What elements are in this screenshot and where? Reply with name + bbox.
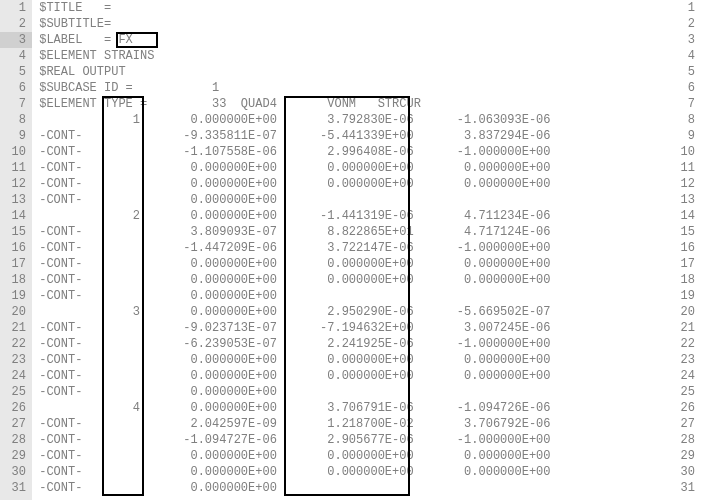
line-number: 16 xyxy=(0,240,32,256)
code-line[interactable]: -CONT- -6.239053E-07 2.241925E-06 -1.000… xyxy=(32,336,701,352)
code-line-text: $SUBTITLE= xyxy=(32,16,111,32)
code-line-text: 4 0.000000E+00 3.706791E-06 -1.094726E-0… xyxy=(32,400,550,416)
line-number: 4 xyxy=(0,48,32,64)
code-line-text: -CONT- 0.000000E+00 0.000000E+00 0.00000… xyxy=(32,160,550,176)
code-line[interactable]: -CONT- -9.023713E-07 -7.194632E+00 3.007… xyxy=(32,320,701,336)
code-line-right-number: 13 xyxy=(681,192,695,208)
line-number: 19 xyxy=(0,288,32,304)
code-line[interactable]: -CONT- -1.107558E-06 2.996408E-06 -1.000… xyxy=(32,144,701,160)
line-number: 7 xyxy=(0,96,32,112)
code-line-text: $ELEMENT TYPE = 33 QUAD4 VONM STRCUR xyxy=(32,96,421,112)
code-line-right-number: 15 xyxy=(681,224,695,240)
code-line[interactable]: -CONT- 0.000000E+00 0.000000E+00 0.00000… xyxy=(32,256,701,272)
code-line-text: 3 0.000000E+00 2.950290E-06 -5.669502E-0… xyxy=(32,304,550,320)
code-line-right-number: 25 xyxy=(681,384,695,400)
code-line[interactable]: $REAL OUTPUT5 xyxy=(32,64,701,80)
code-line-right-number: 27 xyxy=(681,416,695,432)
code-line-right-number: 24 xyxy=(681,368,695,384)
code-line[interactable]: -CONT- 2.042597E-09 1.218700E-02 3.70679… xyxy=(32,416,701,432)
code-line-text: -CONT- 0.000000E+00 0.000000E+00 0.00000… xyxy=(32,256,550,272)
code-line-text: $TITLE = xyxy=(32,0,111,16)
line-number: 20 xyxy=(0,304,32,320)
code-line-right-number: 23 xyxy=(681,352,695,368)
line-number: 12 xyxy=(0,176,32,192)
line-number: 24 xyxy=(0,368,32,384)
code-line-text: -CONT- 3.809093E-07 8.822865E+01 4.71712… xyxy=(32,224,550,240)
code-line[interactable]: -CONT- 0.000000E+00 0.000000E+00 0.00000… xyxy=(32,160,701,176)
code-line-right-number: 29 xyxy=(681,448,695,464)
code-line-text: -CONT- 2.042597E-09 1.218700E-02 3.70679… xyxy=(32,416,550,432)
code-line-right-number: 4 xyxy=(688,48,695,64)
code-line-text: -CONT- -6.239053E-07 2.241925E-06 -1.000… xyxy=(32,336,550,352)
code-line-right-number: 10 xyxy=(681,144,695,160)
code-line-right-number: 17 xyxy=(681,256,695,272)
code-line-text: -CONT- -1.107558E-06 2.996408E-06 -1.000… xyxy=(32,144,550,160)
line-number: 27 xyxy=(0,416,32,432)
code-line[interactable]: -CONT- 3.809093E-07 8.822865E+01 4.71712… xyxy=(32,224,701,240)
code-line[interactable]: $LABEL = FX3 xyxy=(32,32,701,48)
code-line-right-number: 6 xyxy=(688,80,695,96)
code-line-text: -CONT- 0.000000E+00 0.000000E+00 0.00000… xyxy=(32,368,550,384)
code-line[interactable]: -CONT- 0.000000E+00 0.000000E+00 0.00000… xyxy=(32,352,701,368)
code-line[interactable]: -CONT- 0.000000E+0025 xyxy=(32,384,701,400)
line-number: 8 xyxy=(0,112,32,128)
code-line[interactable]: -CONT- -1.094727E-06 2.905677E-06 -1.000… xyxy=(32,432,701,448)
line-number: 22 xyxy=(0,336,32,352)
line-number: 10 xyxy=(0,144,32,160)
code-line-right-number: 8 xyxy=(688,112,695,128)
line-number: 6 xyxy=(0,80,32,96)
code-line-text: 2 0.000000E+00 -1.441319E-06 4.711234E-0… xyxy=(32,208,550,224)
code-line-text: $LABEL = FX xyxy=(32,32,133,48)
code-line-text: $ELEMENT STRAINS xyxy=(32,48,154,64)
code-line-text: 1 0.000000E+00 3.792830E-06 -1.063093E-0… xyxy=(32,112,550,128)
line-number: 1 xyxy=(0,0,32,16)
code-line[interactable]: -CONT- -1.447209E-06 3.722147E-06 -1.000… xyxy=(32,240,701,256)
code-line-text: -CONT- -9.023713E-07 -7.194632E+00 3.007… xyxy=(32,320,550,336)
code-line-right-number: 16 xyxy=(681,240,695,256)
code-line-text: -CONT- 0.000000E+00 xyxy=(32,480,277,496)
line-number: 17 xyxy=(0,256,32,272)
code-line-right-number: 30 xyxy=(681,464,695,480)
code-line-text: -CONT- 0.000000E+00 xyxy=(32,192,277,208)
code-line[interactable]: -CONT- -9.335811E-07 -5.441339E+00 3.837… xyxy=(32,128,701,144)
code-line[interactable]: $ELEMENT TYPE = 33 QUAD4 VONM STRCUR7 xyxy=(32,96,701,112)
line-number: 2 xyxy=(0,16,32,32)
line-number: 31 xyxy=(0,480,32,496)
code-line[interactable]: $SUBCASE ID = 16 xyxy=(32,80,701,96)
code-line-right-number: 1 xyxy=(688,0,695,16)
code-line[interactable]: -CONT- 0.000000E+00 0.000000E+00 0.00000… xyxy=(32,272,701,288)
code-line-text: -CONT- -9.335811E-07 -5.441339E+00 3.837… xyxy=(32,128,550,144)
code-line-right-number: 26 xyxy=(681,400,695,416)
code-line[interactable]: 4 0.000000E+00 3.706791E-06 -1.094726E-0… xyxy=(32,400,701,416)
line-number: 23 xyxy=(0,352,32,368)
code-line[interactable]: -CONT- 0.000000E+00 0.000000E+00 0.00000… xyxy=(32,176,701,192)
code-line-right-number: 5 xyxy=(688,64,695,80)
code-line[interactable]: -CONT- 0.000000E+00 0.000000E+00 0.00000… xyxy=(32,464,701,480)
code-line[interactable]: -CONT- 0.000000E+0019 xyxy=(32,288,701,304)
line-number: 30 xyxy=(0,464,32,480)
code-line-right-number: 18 xyxy=(681,272,695,288)
code-line-right-number: 9 xyxy=(688,128,695,144)
code-area: $TITLE =1 $SUBTITLE=2 $LABEL = FX3 $ELEM… xyxy=(32,0,701,496)
code-line[interactable]: 1 0.000000E+00 3.792830E-06 -1.063093E-0… xyxy=(32,112,701,128)
code-line-right-number: 14 xyxy=(681,208,695,224)
code-line-text: -CONT- 0.000000E+00 0.000000E+00 0.00000… xyxy=(32,464,550,480)
code-line[interactable]: $SUBTITLE=2 xyxy=(32,16,701,32)
code-line[interactable]: $TITLE =1 xyxy=(32,0,701,16)
code-line[interactable]: -CONT- 0.000000E+00 0.000000E+00 0.00000… xyxy=(32,448,701,464)
line-number: 26 xyxy=(0,400,32,416)
code-line[interactable]: 2 0.000000E+00 -1.441319E-06 4.711234E-0… xyxy=(32,208,701,224)
code-line[interactable]: 3 0.000000E+00 2.950290E-06 -5.669502E-0… xyxy=(32,304,701,320)
code-line[interactable]: -CONT- 0.000000E+0031 xyxy=(32,480,701,496)
line-number: 11 xyxy=(0,160,32,176)
code-line[interactable]: -CONT- 0.000000E+00 0.000000E+00 0.00000… xyxy=(32,368,701,384)
code-line-right-number: 21 xyxy=(681,320,695,336)
line-number: 13 xyxy=(0,192,32,208)
code-line-text: -CONT- -1.447209E-06 3.722147E-06 -1.000… xyxy=(32,240,550,256)
code-line-right-number: 11 xyxy=(681,160,695,176)
code-line-right-number: 3 xyxy=(688,32,695,48)
code-line-right-number: 12 xyxy=(681,176,695,192)
code-line[interactable]: -CONT- 0.000000E+0013 xyxy=(32,192,701,208)
code-line[interactable]: $ELEMENT STRAINS4 xyxy=(32,48,701,64)
editor-viewport: 1234567891011121314151617181920212223242… xyxy=(0,0,701,500)
